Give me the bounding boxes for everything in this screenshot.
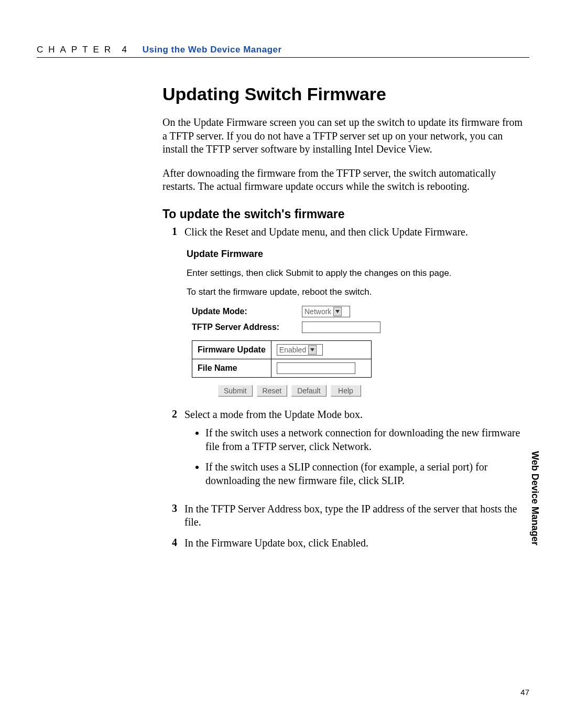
page-header: CHAPTER 4 Using the Web Device Manager: [37, 45, 529, 58]
step-number: 3: [162, 502, 177, 529]
chapter-word: CHAPTER: [37, 45, 116, 55]
firmware-table: Firmware Update Enabled File Name: [192, 340, 372, 378]
step-number: 2: [162, 408, 177, 495]
chevron-down-icon[interactable]: [333, 307, 342, 316]
step-text: In the TFTP Server Address box, type the…: [184, 502, 529, 529]
bullet-item: If the switch uses a network connection …: [205, 426, 529, 453]
chapter-number: 4: [122, 45, 127, 55]
tftp-address-label: TFTP Server Address:: [192, 323, 302, 332]
update-mode-value: Network: [303, 307, 332, 316]
submit-button[interactable]: Submit: [218, 385, 253, 397]
svg-marker-0: [335, 310, 340, 313]
firmware-update-select[interactable]: Enabled: [277, 344, 323, 356]
procedure-heading: To update the switch's firmware: [162, 207, 529, 221]
side-tab-label: Web Device Manager: [529, 451, 540, 545]
side-tab: Web Device Manager: [527, 435, 542, 561]
firmware-update-value: Enabled: [278, 346, 307, 354]
table-row: File Name: [192, 359, 372, 377]
page-number: 47: [520, 688, 529, 697]
bullet-item: If the switch uses a SLIP connection (fo…: [205, 461, 529, 487]
table-row: Firmware Update Enabled: [192, 340, 372, 359]
step-number: 4: [162, 537, 177, 550]
svg-marker-1: [310, 348, 314, 351]
help-button[interactable]: Help: [331, 385, 361, 397]
firmware-update-label: Firmware Update: [192, 340, 271, 359]
section-name: Using the Web Device Manager: [143, 45, 282, 55]
page-title: Updating Switch Firmware: [162, 84, 529, 104]
intro-para-2: After downoading the firmware from the T…: [162, 167, 529, 194]
reset-button[interactable]: Reset: [257, 385, 288, 397]
panel-instruction-2: To start the firmware update, reboot the…: [187, 287, 480, 297]
panel-title: Update Firmware: [187, 249, 480, 260]
update-firmware-panel: Update Firmware Enter settings, then cli…: [187, 249, 480, 397]
tftp-address-input[interactable]: [302, 322, 380, 333]
default-button[interactable]: Default: [291, 385, 326, 397]
update-mode-select[interactable]: Network: [302, 306, 350, 317]
panel-instruction-1: Enter settings, then click Submit to app…: [187, 268, 480, 279]
step-text: In the Firmware Update box, click Enable…: [184, 537, 529, 550]
step-number: 1: [162, 226, 177, 239]
chevron-down-icon[interactable]: [308, 345, 317, 355]
step-text: Click the Reset and Update menu, and the…: [184, 226, 529, 239]
step-text: Select a mode from the Update Mode box.: [184, 409, 363, 420]
intro-para-1: On the Update Firmware screen you can se…: [162, 116, 529, 156]
file-name-label: File Name: [192, 359, 271, 377]
update-mode-label: Update Mode:: [192, 307, 302, 316]
file-name-input[interactable]: [277, 362, 355, 374]
